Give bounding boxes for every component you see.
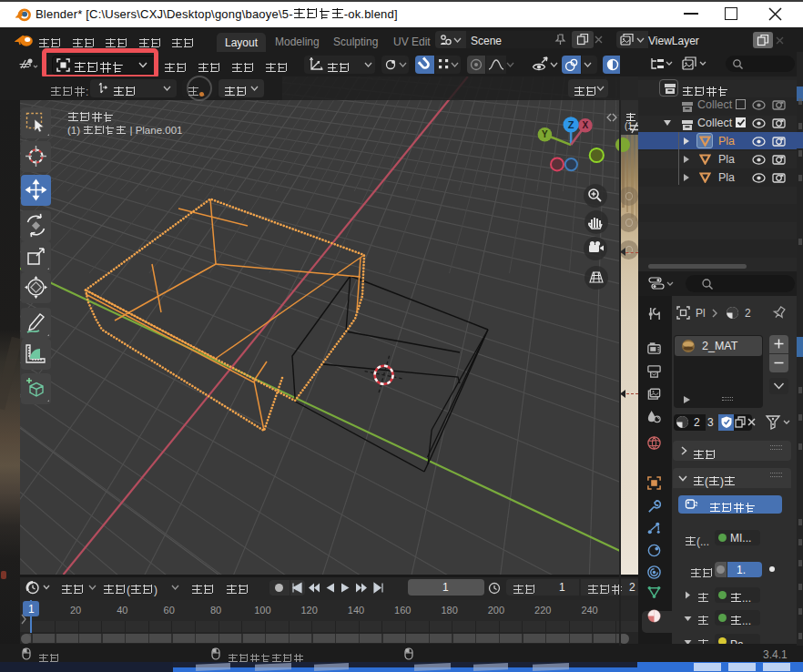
svg-text:Z: Z [568,119,574,130]
svg-text:X: X [583,120,589,130]
svg-text:Y: Y [542,129,548,139]
